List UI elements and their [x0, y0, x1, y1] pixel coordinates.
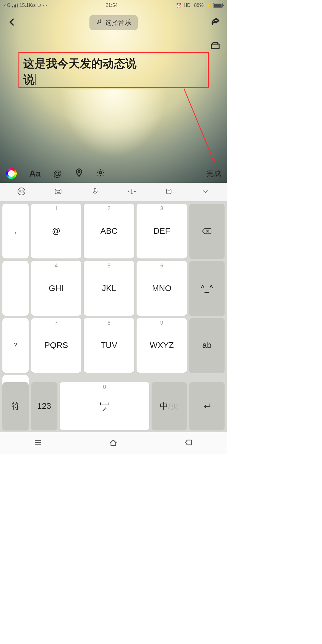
- more-icon: ⋯: [43, 3, 47, 8]
- svg-point-11: [59, 191, 60, 191]
- nav-back-button[interactable]: [184, 438, 194, 448]
- top-bar: 选择音乐: [0, 13, 227, 32]
- key-comma[interactable]: ，: [2, 204, 29, 258]
- hd-icon: HD: [184, 3, 191, 8]
- svg-point-4: [78, 171, 80, 172]
- key-1[interactable]: 1@: [31, 204, 81, 258]
- collapse-keyboard-button[interactable]: [201, 187, 210, 197]
- key-2[interactable]: 2ABC: [84, 204, 134, 258]
- backspace-icon: [202, 227, 212, 235]
- charging-icon: ⚡: [205, 3, 211, 8]
- key-6[interactable]: 6MNO: [137, 261, 187, 316]
- key-3[interactable]: 3DEF: [137, 204, 187, 258]
- key-8[interactable]: 8TUV: [84, 318, 134, 373]
- key-numbers[interactable]: 123: [31, 382, 57, 430]
- cursor-mode-button[interactable]: [128, 187, 136, 197]
- key-5[interactable]: 5JKL: [84, 261, 134, 316]
- battery-icon: [213, 3, 223, 8]
- enter-icon: [202, 402, 212, 410]
- clipboard-button[interactable]: [165, 187, 173, 197]
- svg-rect-14: [166, 189, 171, 194]
- font-button[interactable]: Aa: [29, 168, 41, 179]
- key-period[interactable]: 。: [2, 261, 29, 316]
- svg-rect-13: [94, 188, 96, 192]
- voice-input-button[interactable]: [91, 187, 99, 197]
- network-speed: 15.1K/s: [19, 3, 35, 8]
- text-cursor: [35, 74, 36, 85]
- svg-point-5: [99, 171, 102, 174]
- settings-button[interactable]: [96, 168, 105, 179]
- select-music-button[interactable]: 选择音乐: [89, 15, 138, 30]
- music-label: 选择音乐: [105, 18, 131, 27]
- svg-point-9: [57, 191, 57, 191]
- key-7[interactable]: 7PQRS: [31, 318, 81, 373]
- key-enter[interactable]: [189, 382, 225, 430]
- space-icon: [99, 401, 111, 407]
- post-text-input[interactable]: 这是我今天发的动态说说: [23, 55, 202, 88]
- svg-point-1: [99, 22, 101, 23]
- ime-logo-button[interactable]: 讯飞: [17, 187, 26, 197]
- key-9[interactable]: 9WXYZ: [137, 318, 187, 373]
- usb-icon: ψ: [38, 3, 41, 8]
- key-language[interactable]: 中/英: [152, 382, 187, 430]
- key-4[interactable]: 4GHI: [31, 261, 81, 316]
- signal-icon: [12, 3, 18, 7]
- key-symbols[interactable]: 符: [2, 382, 29, 430]
- key-backspace[interactable]: [189, 204, 225, 258]
- location-button[interactable]: [75, 168, 83, 179]
- music-icon: [96, 19, 102, 27]
- editor-toolbar: Aa @ 完成: [0, 164, 227, 183]
- svg-point-0: [97, 23, 98, 24]
- keyboard-toolbar: 讯飞: [0, 183, 227, 201]
- status-time: 21:54: [106, 3, 117, 8]
- system-nav-bar: [0, 432, 227, 454]
- alarm-icon: ⏰: [176, 3, 182, 8]
- svg-text:讯飞: 讯飞: [18, 190, 24, 193]
- done-button[interactable]: 完成: [207, 169, 221, 178]
- key-space[interactable]: 0 🎤: [60, 382, 149, 430]
- color-picker-button[interactable]: [6, 168, 17, 179]
- mic-hint-icon: 🎤: [102, 407, 107, 411]
- key-ab[interactable]: ab: [189, 318, 225, 373]
- status-bar: 4G 15.1K/s ψ ⋯ 21:54 ⏰ HD 88% ⚡: [0, 0, 227, 11]
- key-question[interactable]: ？: [2, 318, 29, 373]
- back-button[interactable]: [7, 18, 16, 28]
- keyboard-layout-button[interactable]: [54, 187, 62, 197]
- nav-home-button[interactable]: [109, 438, 118, 448]
- network-type: 4G: [4, 3, 10, 8]
- crop-button[interactable]: [211, 42, 220, 51]
- share-button[interactable]: [211, 18, 220, 28]
- svg-point-10: [58, 191, 58, 191]
- mention-button[interactable]: @: [53, 168, 62, 179]
- nav-menu-button[interactable]: [33, 438, 43, 448]
- battery-percent: 88%: [194, 3, 204, 8]
- key-emoji[interactable]: ^_^: [189, 261, 225, 316]
